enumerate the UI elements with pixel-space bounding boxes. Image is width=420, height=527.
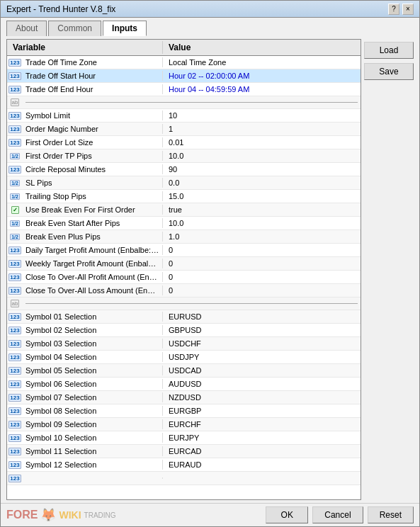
forex-icon: FORE: [6, 509, 38, 521]
icon-type: 123: [7, 391, 23, 404]
tab-inputs[interactable]: Inputs: [103, 21, 147, 36]
table-row[interactable]: 123 Symbol 01 Selection EURUSD: [7, 310, 361, 324]
row-value: EURCAD: [163, 446, 361, 456]
row-variable: Break Even Plus Pips: [23, 232, 163, 242]
sep-icon: ab: [7, 98, 23, 106]
load-button[interactable]: Load: [364, 42, 414, 59]
table-row[interactable]: 123 Close To Over-All Loss Amount (Enabl…: [7, 284, 361, 298]
table-row[interactable]: 1/2 Break Even Start After Pips 10.0: [7, 217, 361, 230]
table-row[interactable]: 123 Symbol 10 Selection EURJPY: [7, 431, 361, 445]
row-value: Hour 02 -- 02:00:00 AM: [163, 71, 361, 81]
table-row[interactable]: 123 Symbol 06 Selection AUDUSD: [7, 378, 361, 391]
side-buttons: Load Save: [364, 39, 414, 500]
table-row[interactable]: 123 Symbol 02 Selection GBPUSD: [7, 324, 361, 337]
row-value: AUDUSD: [163, 379, 361, 389]
table-row[interactable]: 123 Daily Target Profit Amount (Enbalbe:…: [7, 244, 361, 257]
row-value: EURAUD: [163, 460, 361, 470]
table-row[interactable]: ✓ Use Break Even For First Order true: [7, 203, 361, 217]
row-value: 0: [163, 245, 361, 255]
row-value: Hour 04 -- 04:59:59 AM: [163, 84, 361, 94]
ok-button[interactable]: OK: [266, 506, 308, 523]
icon-type: 123: [7, 351, 23, 363]
table-row[interactable]: 123 Symbol 11 Selection EURCAD: [7, 445, 361, 458]
table-row[interactable]: 123 Symbol 09 Selection EURCHF: [7, 418, 361, 431]
table-row[interactable]: 123 Trade Off Time Zone Local Time Zone: [7, 56, 361, 69]
table-row[interactable]: 123 Symbol 07 Selection NZDUSD: [7, 391, 361, 404]
title-bar: Expert - Trend Hunter V.8_fix ? ×: [1, 1, 419, 18]
icon-type: 123: [7, 69, 23, 82]
help-button[interactable]: ?: [388, 4, 399, 15]
row-value: EURJPY: [163, 433, 361, 443]
table-row[interactable]: 123 Symbol 12 Selection EURAUD: [7, 458, 361, 472]
window-title: Expert - Trend Hunter V.8_fix: [6, 4, 115, 14]
tab-about[interactable]: About: [6, 21, 47, 36]
table-row[interactable]: 123 First Order Lot Size 0.01: [7, 136, 361, 149]
row-variable: Symbol 07 Selection: [23, 392, 163, 402]
row-value: USDJPY: [163, 352, 361, 362]
trading-label: TRADING: [84, 511, 116, 519]
table-row[interactable]: 1/2 First Order TP Pips 10.0: [7, 149, 361, 163]
row-variable: Break Even Start After Pips: [23, 218, 163, 228]
separator-row: ab: [7, 298, 361, 310]
row-value: 10.0: [163, 218, 361, 228]
table-row[interactable]: 123 Symbol 03 Selection USDCHF: [7, 337, 361, 351]
row-variable: Symbol 06 Selection: [23, 379, 163, 389]
table-wrapper: Variable Value 123 Trade Off Time Zone L…: [6, 39, 361, 500]
row-value: 1: [163, 124, 361, 134]
table-row[interactable]: 123 Weekly Target Profit Amount (Enbalbe…: [7, 257, 361, 271]
table-row[interactable]: 123 Trade Off End Hour Hour 04 -- 04:59:…: [7, 83, 361, 96]
row-value: 0.01: [163, 137, 361, 147]
row-variable: SL Pips: [23, 178, 163, 188]
icon-type: 1/2: [7, 217, 23, 230]
inputs-table: Variable Value 123 Trade Off Time Zone L…: [6, 39, 361, 500]
row-variable: Symbol 02 Selection: [23, 325, 163, 335]
row-variable: Symbol 01 Selection: [23, 312, 163, 322]
row-variable: Use Break Even For First Order: [23, 205, 163, 215]
table-row[interactable]: 123 Symbol Limit 10: [7, 109, 361, 123]
row-variable: Symbol 09 Selection: [23, 419, 163, 429]
icon-type: 1/2: [7, 230, 23, 243]
row-value: GBPUSD: [163, 325, 361, 335]
wiki-icon: WIKI: [59, 509, 81, 521]
table-row[interactable]: 1/2 Trailing Stop Pips 15.0: [7, 190, 361, 203]
icon-type: 123: [7, 445, 23, 458]
icon-type: 123: [7, 458, 23, 471]
row-variable: Symbol 12 Selection: [23, 460, 163, 470]
sep-icon: ab: [7, 300, 23, 307]
row-variable: First Order TP Pips: [23, 151, 163, 161]
separator-row: ab: [7, 96, 361, 109]
bottom-bar: FORE 🦊 WIKI TRADING OK Cancel Reset: [1, 503, 419, 526]
icon-type: 123: [7, 83, 23, 96]
table-row[interactable]: 123 Symbol 04 Selection USDJPY: [7, 351, 361, 364]
sep-line: [25, 102, 358, 103]
icon-type: 123: [7, 257, 23, 270]
table-row[interactable]: 123 Circle Reposal Minutes 90: [7, 163, 361, 176]
row-variable: Order Magic Number: [23, 124, 163, 134]
table-row[interactable]: 123: [7, 472, 361, 485]
row-variable: [23, 477, 163, 479]
table-row[interactable]: 123 Trade Off Start Hour Hour 02 -- 02:0…: [7, 69, 361, 83]
table-row[interactable]: 1/2 Break Even Plus Pips 1.0: [7, 230, 361, 244]
icon-type: 123: [7, 404, 23, 417]
table-row[interactable]: 123 Symbol 05 Selection USDCAD: [7, 364, 361, 378]
icon-type: 1/2: [7, 176, 23, 189]
icon-type: 1/2: [7, 149, 23, 162]
table-body[interactable]: 123 Trade Off Time Zone Local Time Zone …: [7, 56, 361, 499]
table-row[interactable]: 123 Order Magic Number 1: [7, 123, 361, 136]
table-row[interactable]: 1/2 SL Pips 0.0: [7, 176, 361, 190]
table-row[interactable]: 123 Symbol 08 Selection EURGBP: [7, 404, 361, 418]
icon-type: 123: [7, 109, 23, 122]
table-row[interactable]: 123 Close To Over-All Profit Amount (Enb…: [7, 271, 361, 284]
row-variable: Trade Off Start Hour: [23, 71, 163, 81]
row-value: USDCAD: [163, 366, 361, 375]
cancel-button[interactable]: Cancel: [312, 506, 363, 523]
fox-icon: 🦊: [40, 507, 56, 523]
tab-common[interactable]: Common: [48, 21, 101, 36]
save-button[interactable]: Save: [364, 63, 414, 80]
reset-button[interactable]: Reset: [368, 506, 414, 523]
row-value: 0.0: [163, 178, 361, 188]
close-button[interactable]: ×: [402, 4, 414, 15]
main-window: Expert - Trend Hunter V.8_fix ? × About …: [0, 0, 420, 527]
icon-type: 123: [7, 284, 23, 297]
watermark-area: FORE 🦊 WIKI TRADING: [6, 507, 261, 523]
